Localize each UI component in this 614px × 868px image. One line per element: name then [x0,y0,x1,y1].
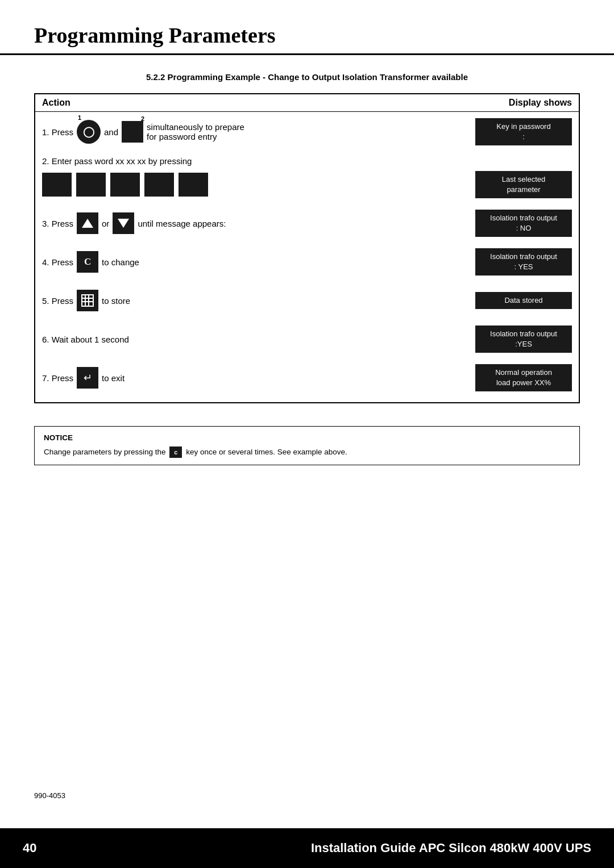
action-part-7: 7. Press ↵ to exit [42,367,447,389]
display-box-3-line1: Isolation trafo output [490,214,557,222]
notice-text-before: Change parameters by pressing the [44,448,166,456]
arrow-down-icon [118,219,129,228]
key-2-button: 2 [122,121,143,143]
step-1-text: 1. Press [42,127,73,137]
display-box-1-line1: Key in password [496,122,550,131]
step-1-and: and [104,127,118,137]
pwd-key-1 [42,173,72,197]
notice-text-after: key once or several times. See example a… [186,448,347,456]
table-body: 1. Press 1 ◯ and 2 simultaneously to pre… [35,112,579,402]
page-footer: 40 Installation Guide APC Silcon 480kW 4… [0,828,614,868]
display-box-7-line1: Normal operation [495,368,552,377]
display-part-4: Isolation trafo output : YES [447,248,572,276]
table-row: 6. Wait about 1 second Isolation trafo o… [42,325,572,353]
main-content: 5.2.2 Programming Example - Change to Ou… [0,72,614,465]
step-1-desc: simultaneously to preparefor password en… [147,122,244,141]
step-5-desc: to store [102,296,130,306]
pwd-key-3 [110,173,140,197]
display-box-1-line2: : [522,132,525,141]
table-header-row: Action Display shows [35,94,579,112]
display-part-1: Key in password : [447,118,572,145]
action-part-2: 2. Enter pass word xx xx xx by pressing [42,156,572,166]
display-box-7-line2: load power XX% [496,378,551,387]
store-key-button [77,290,98,311]
action-part-5: 5. Press to store [42,290,447,311]
pwd-key-5 [179,173,208,197]
display-box-2-line1: Last selected [502,175,546,183]
step-4-desc: to change [102,257,139,267]
notice-label: NOTICE [44,433,570,442]
c-key-button: C [77,251,98,273]
store-icon [81,294,94,307]
display-box-6-line1: Isolation trafo output [490,329,557,338]
display-part-2: Last selected parameter [447,171,572,198]
page-title-section: Programming Parameters [0,0,614,55]
step-5-text: 5. Press [42,296,73,306]
action-part-4: 4. Press C to change [42,251,447,273]
display-box-3-line2: : NO [516,224,532,232]
power-key-button: 1 ◯ [77,120,101,144]
table-header-display: Display shows [447,98,572,108]
step-3-desc: until message appears: [138,219,226,228]
step-7-text: 7. Press [42,373,73,383]
step-4-text: 4. Press [42,257,73,267]
display-part-6: Isolation trafo output :YES [447,326,572,353]
step-6-text: 6. Wait about 1 second [42,335,129,344]
table-row: 7. Press ↵ to exit Normal operation load… [42,364,572,392]
display-part-3: Isolation trafo output : NO [447,210,572,237]
display-box-6: Isolation trafo output :YES [475,326,572,353]
arrow-up-button [77,212,98,234]
footer-page-number: 40 [23,841,36,856]
display-box-3: Isolation trafo output : NO [475,210,572,237]
step-2-text: 2. Enter pass word xx xx xx by pressing [42,156,192,166]
arrow-down-button [113,212,134,234]
enter-key-button: ↵ [77,367,98,389]
footer-title: Installation Guide APC Silcon 480kW 400V… [311,841,591,856]
table-header-action: Action [42,98,447,108]
step-3-text: 3. Press [42,219,73,228]
display-box-2-line2: parameter [507,185,540,194]
pwd-key-4 [144,173,174,197]
display-part-7: Normal operation load power XX% [447,364,572,391]
section-heading: 5.2.2 Programming Example - Change to Ou… [34,72,580,82]
step-3-or: or [102,219,109,228]
action-part-6: 6. Wait about 1 second [42,335,447,344]
table-row: 5. Press to store [42,286,572,315]
display-box-5-line1: Data stored [504,296,542,304]
password-keys-row [42,173,447,197]
notice-content: Change parameters by pressing the c key … [44,446,347,458]
notice-box: NOTICE Change parameters by pressing the… [34,426,580,465]
arrow-up-icon [82,219,93,228]
step-7-desc: to exit [102,373,125,383]
table-row: 4. Press C to change Isolation trafo out… [42,248,572,276]
display-box-4-line1: Isolation trafo output [490,252,557,261]
doc-number: 990-4053 [34,791,65,800]
table-row: 3. Press or until message appears: Isola… [42,209,572,237]
page-title: Programming Parameters [34,23,580,48]
svg-rect-0 [82,295,93,306]
table-row: 1. Press 1 ◯ and 2 simultaneously to pre… [42,118,572,146]
table-row: 2. Enter pass word xx xx xx by pressing [42,156,572,199]
action-part-3: 3. Press or until message appears: [42,212,447,234]
pwd-key-2 [76,173,106,197]
display-box-5: Data stored [475,292,572,309]
action-part-1: 1. Press 1 ◯ and 2 simultaneously to pre… [42,120,447,144]
display-box-4: Isolation trafo output : YES [475,248,572,276]
display-box-4-line2: : YES [514,262,533,271]
notice-c-key: c [169,446,182,458]
display-box-2: Last selected parameter [475,171,572,198]
display-box-7: Normal operation load power XX% [475,364,572,391]
display-box-6-line2: :YES [515,340,532,348]
display-part-5: Data stored [447,292,572,309]
display-box-1: Key in password : [475,118,572,145]
instruction-table: Action Display shows 1. Press 1 ◯ and 2 [34,93,580,403]
